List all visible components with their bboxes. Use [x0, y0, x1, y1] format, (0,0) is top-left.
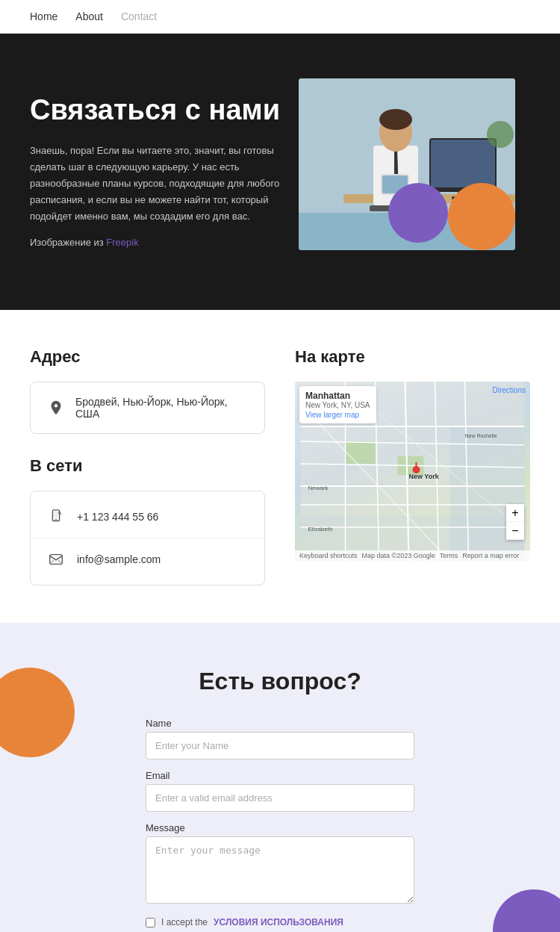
name-label: Name: [146, 718, 414, 729]
phone-icon: [46, 506, 66, 527]
zoom-out-button[interactable]: −: [506, 522, 524, 540]
name-group: Name: [146, 718, 414, 759]
terms-link[interactable]: УСЛОВИЯ ИСПОЛЬЗОВАНИЯ: [214, 917, 343, 928]
svg-line-19: [52, 560, 55, 563]
address-title: Адрес: [30, 347, 265, 367]
nav-contact[interactable]: Contact: [121, 10, 157, 22]
svg-rect-16: [54, 512, 58, 518]
nav-home[interactable]: Home: [30, 10, 57, 22]
message-label: Message: [146, 822, 414, 833]
map-state: New York, NY, USA: [305, 401, 370, 409]
phone-item: +1 123 444 55 66: [31, 496, 264, 538]
freepik-link[interactable]: Freepik: [106, 237, 138, 248]
email-text: info@sample.com: [77, 553, 161, 565]
address-box: Бродвей, Нью-Йорк, Нью-Йорк, США: [30, 382, 265, 434]
map-title: На карте: [295, 347, 530, 367]
svg-point-10: [379, 109, 412, 130]
hero-orange-circle: [448, 183, 515, 250]
contact-right: На карте: [295, 347, 530, 585]
network-title: В сети: [30, 456, 265, 476]
map-terms: Terms: [440, 552, 458, 559]
navigation: Home About Contact: [0, 0, 560, 34]
message-textarea[interactable]: [146, 836, 414, 904]
name-input[interactable]: [146, 732, 414, 759]
svg-rect-4: [431, 140, 495, 187]
svg-text:New Rochelle: New Rochelle: [465, 433, 497, 438]
email-group: Email: [146, 770, 414, 812]
map-container: New York Newark Bloomfield New Rochelle …: [295, 382, 530, 561]
svg-point-13: [487, 121, 514, 148]
hero-description: Знаешь, пора! Если вы читаете это, значи…: [30, 143, 284, 225]
form-title: Есть вопрос?: [30, 668, 530, 695]
hero-section: Связаться с нами Знаешь, пора! Если вы ч…: [0, 34, 560, 310]
hero-image-credit: Изображение из Freepik: [30, 237, 284, 248]
address-text: Бродвей, Нью-Йорк, Нью-Йорк, США: [75, 396, 249, 420]
email-icon: [46, 549, 66, 570]
svg-point-17: [55, 519, 57, 521]
checkbox-prefix: I accept the: [161, 917, 208, 928]
map-footer: Keyboard shortcuts Map data ©2023 Google…: [295, 550, 530, 561]
form-purple-circle: [493, 889, 560, 932]
form-section: Есть вопрос? Name Email Message I accept…: [0, 623, 560, 932]
phone-text: +1 123 444 55 66: [77, 511, 158, 523]
map-keyboard-shortcuts: Keyboard shortcuts: [299, 552, 358, 559]
hero-purple-circle: [388, 183, 448, 243]
contact-left: Адрес Бродвей, Нью-Йорк, Нью-Йорк, США В…: [30, 347, 265, 585]
terms-checkbox[interactable]: [146, 918, 155, 928]
view-larger-link[interactable]: View larger map: [305, 411, 370, 419]
zoom-in-button[interactable]: +: [506, 504, 524, 522]
email-input[interactable]: [146, 784, 414, 812]
map-overlay: Manhattan New York, NY, USA View larger …: [299, 386, 376, 423]
map-data-credit: Map data ©2023 Google: [362, 552, 435, 559]
svg-text:Newark: Newark: [308, 485, 329, 491]
map-report: Report a map error: [462, 552, 519, 559]
message-group: Message: [146, 822, 414, 907]
checkbox-row: I accept the УСЛОВИЯ ИСПОЛЬЗОВАНИЯ: [146, 917, 414, 928]
hero-image-area: [299, 78, 530, 250]
contact-section: Адрес Бродвей, Нью-Йорк, Нью-Йорк, США В…: [0, 310, 560, 623]
form-inner: Name Email Message I accept the УСЛОВИЯ …: [146, 718, 414, 932]
hero-title: Связаться с нами: [30, 93, 284, 128]
network-box: +1 123 444 55 66 info@sample.com: [30, 491, 265, 585]
map-directions[interactable]: Directions: [493, 386, 526, 394]
svg-rect-24: [346, 441, 376, 464]
svg-line-20: [58, 560, 61, 563]
email-label: Email: [146, 770, 414, 781]
email-item: info@sample.com: [31, 538, 264, 580]
map-city: Manhattan: [305, 391, 370, 401]
svg-text:Elizabeth: Elizabeth: [308, 526, 333, 532]
hero-text-area: Связаться с нами Знаешь, пора! Если вы ч…: [30, 78, 284, 248]
location-icon: [46, 397, 66, 418]
map-inner: New York Newark Bloomfield New Rochelle …: [295, 382, 530, 561]
map-zoom: + −: [506, 504, 524, 540]
svg-text:New York: New York: [409, 473, 440, 480]
nav-about[interactable]: About: [75, 10, 103, 22]
